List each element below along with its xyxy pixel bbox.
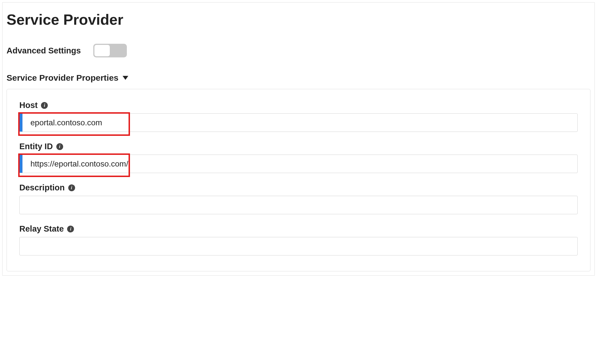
label-host-text: Host	[19, 101, 38, 110]
advanced-settings-toggle[interactable]	[93, 44, 127, 57]
label-description: Description i	[19, 183, 578, 192]
input-wrapper-entity-id	[19, 155, 578, 173]
relay-state-input[interactable]	[19, 237, 578, 255]
label-description-text: Description	[19, 183, 65, 192]
label-host: Host i	[19, 101, 578, 110]
advanced-settings-label: Advanced Settings	[7, 46, 81, 55]
field-group-entity-id: Entity ID i	[19, 142, 578, 173]
section-header-text: Service Provider Properties	[7, 73, 119, 83]
label-relay-state-text: Relay State	[19, 224, 64, 234]
entity-id-input[interactable]	[19, 155, 578, 173]
info-icon[interactable]: i	[68, 184, 75, 191]
label-relay-state: Relay State i	[19, 224, 578, 234]
description-input[interactable]	[19, 196, 578, 214]
host-input[interactable]	[19, 113, 578, 132]
toggle-handle	[94, 45, 110, 56]
label-entity-id-text: Entity ID	[19, 142, 53, 151]
page-title: Service Provider	[7, 11, 590, 28]
field-group-description: Description i	[19, 183, 578, 214]
input-wrapper-description	[19, 196, 578, 214]
input-wrapper-host	[19, 113, 578, 132]
field-group-relay-state: Relay State i	[19, 224, 578, 255]
label-entity-id: Entity ID i	[19, 142, 578, 151]
properties-panel: Host i Entity ID i Description i	[7, 89, 590, 271]
info-icon[interactable]: i	[56, 143, 63, 150]
section-header-properties[interactable]: Service Provider Properties	[7, 73, 590, 83]
info-icon[interactable]: i	[67, 226, 74, 232]
advanced-settings-row: Advanced Settings	[7, 44, 590, 57]
service-provider-container: Service Provider Advanced Settings Servi…	[2, 2, 595, 276]
info-icon[interactable]: i	[41, 102, 48, 109]
input-wrapper-relay-state	[19, 237, 578, 255]
chevron-down-icon	[123, 76, 128, 80]
field-group-host: Host i	[19, 101, 578, 132]
